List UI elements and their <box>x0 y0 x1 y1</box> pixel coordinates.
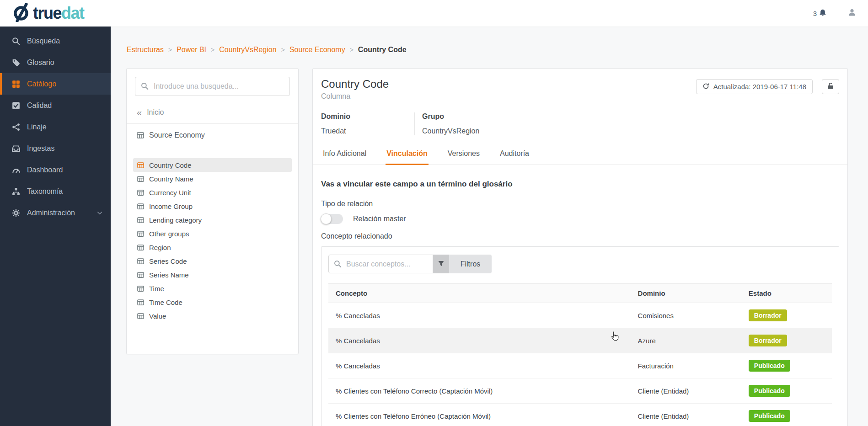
structure-column-item[interactable]: Lending category <box>133 213 292 227</box>
sitemap-icon <box>12 187 20 196</box>
structure-search-input[interactable] <box>135 77 290 96</box>
link-heading: Vas a vincular este campo a un término d… <box>321 180 839 189</box>
table-icon <box>137 132 144 139</box>
breadcrumb-link-power-bi[interactable]: Power BI <box>177 46 206 54</box>
concepts-table-body: % Canceladas Comisiones Borrador % Cance… <box>328 303 832 426</box>
breadcrumb-link-estructuras[interactable]: Estructuras <box>127 46 164 54</box>
tab-info-adicional[interactable]: Info Adicional <box>322 144 367 165</box>
detail-panel: Country Code Columna Actualizada: 2019-0… <box>312 68 848 426</box>
user-icon <box>848 8 856 18</box>
structure-column-item[interactable]: Income Group <box>133 199 292 213</box>
structure-column-label: Region <box>149 244 171 251</box>
table-column-icon <box>137 162 144 169</box>
structure-column-item[interactable]: Value <box>133 309 292 323</box>
breadcrumb-separator: > <box>168 46 172 53</box>
sidebar-item-busqueda[interactable]: Búsqueda <box>0 30 111 52</box>
structure-column-item[interactable]: Series Code <box>133 254 292 268</box>
breadcrumb-link-source-economy[interactable]: Source Economy <box>289 46 345 54</box>
table-column-icon <box>137 189 144 196</box>
domain-label: Dominio <box>321 112 414 121</box>
concept-name: % Canceladas <box>328 353 631 378</box>
truedat-logo[interactable]: truedat <box>12 3 84 24</box>
notifications-button[interactable]: 3 <box>813 9 827 18</box>
lock-button[interactable] <box>822 79 839 94</box>
sidebar-item-dashboard[interactable]: Dashboard <box>0 159 111 181</box>
breadcrumb-current: Country Code <box>358 46 407 54</box>
sidebar-item-taxonomia[interactable]: Taxonomía <box>0 181 111 202</box>
structure-column-label: Country Code <box>149 161 192 169</box>
structure-column-label: Currency Unit <box>149 189 191 197</box>
filters-button[interactable]: Filtros <box>449 255 492 273</box>
structure-column-item[interactable]: Currency Unit <box>133 186 292 199</box>
group-value: CountryVsRegion <box>422 127 479 135</box>
table-column-icon <box>137 217 144 224</box>
table-column-icon <box>137 258 144 265</box>
group-label: Grupo <box>422 112 479 121</box>
structure-column-item[interactable]: Series Name <box>133 268 292 282</box>
table-column-icon <box>137 285 144 292</box>
gear-icon <box>12 209 20 217</box>
structure-column-item[interactable]: Region <box>133 240 292 254</box>
structure-column-label: Time Code <box>149 298 182 306</box>
bell-icon <box>819 9 827 18</box>
master-relation-toggle[interactable] <box>321 214 343 224</box>
sidebar-item-label: Ingestas <box>27 144 54 153</box>
user-menu-button[interactable] <box>848 8 856 18</box>
updated-button[interactable]: Actualizada: 2019-06-17 11:48 <box>696 79 813 94</box>
brand-name: truedat <box>33 5 84 21</box>
detail-tabs: Info Adicional Vinculación Versiones Aud… <box>313 144 847 165</box>
structure-column-label: Series Code <box>149 257 187 265</box>
search-icon <box>141 82 149 90</box>
structure-column-item[interactable]: Country Name <box>133 172 292 186</box>
concept-search-input[interactable] <box>328 255 433 273</box>
tag-icon <box>12 59 20 67</box>
structure-column-item[interactable]: Other groups <box>133 227 292 240</box>
sidebar-item-glosario[interactable]: Glosario <box>0 52 111 73</box>
check-square-icon <box>12 101 20 110</box>
concept-row[interactable]: % Clientes con Teléfono Erróneo (Captaci… <box>328 404 832 426</box>
sidebar-item-calidad[interactable]: Calidad <box>0 95 111 116</box>
breadcrumb-separator: > <box>211 46 214 53</box>
related-concept-label: Concepto relacionado <box>321 232 839 240</box>
truedat-logo-mark-icon <box>12 3 31 24</box>
structure-column-label: Other groups <box>149 230 189 238</box>
structure-home-link[interactable]: « Inicio <box>127 101 298 123</box>
header-dominio: Dominio <box>631 284 741 303</box>
structure-type: Columna <box>321 92 389 101</box>
structure-search <box>135 77 290 96</box>
concepts-header-row: Concepto Dominio Estado <box>328 284 832 303</box>
table-column-icon <box>137 176 144 182</box>
detail-actions: Actualizada: 2019-06-17 11:48 <box>696 79 839 94</box>
sidebar-item-administracion[interactable]: Administración <box>0 202 111 224</box>
structure-column-item[interactable]: Country Code <box>133 158 292 172</box>
filter-icon-button[interactable] <box>433 255 449 273</box>
structure-column-item[interactable]: Time Code <box>133 295 292 309</box>
structure-panel: « Inicio Source Economy Country Code Cou… <box>126 68 299 354</box>
tab-versiones[interactable]: Versiones <box>447 144 481 165</box>
concept-row[interactable]: % Canceladas Facturación Publicado <box>328 353 832 378</box>
concept-row[interactable]: % Canceladas Comisiones Borrador <box>328 303 832 328</box>
sidebar-item-linaje[interactable]: Linaje <box>0 116 111 138</box>
status-badge: Publicado <box>749 385 790 397</box>
sidebar-item-catalogo[interactable]: Catálogo <box>0 73 111 95</box>
share-icon <box>12 123 20 131</box>
structure-column-label: Lending category <box>149 216 202 224</box>
funnel-icon <box>438 260 445 268</box>
concept-name: % Clientes con Teléfono Correcto (Captac… <box>328 378 631 404</box>
tab-vinculacion[interactable]: Vinculación <box>386 144 429 165</box>
breadcrumb-separator: > <box>350 46 354 53</box>
structure-column-label: Value <box>149 312 166 320</box>
tab-auditoria[interactable]: Auditoría <box>499 144 530 165</box>
structure-column-item[interactable]: Time <box>133 282 292 295</box>
sidebar-item-ingestas[interactable]: Ingestas <box>0 138 111 159</box>
concept-row[interactable]: % Clientes con Teléfono Correcto (Captac… <box>328 378 832 404</box>
structure-parent-item[interactable]: Source Economy <box>127 124 298 147</box>
concept-row[interactable]: % Canceladas Azure Borrador <box>328 328 832 353</box>
detail-meta: Dominio Truedat Grupo CountryVsRegion <box>313 112 847 135</box>
sidebar-item-label: Administración <box>27 209 75 217</box>
status-badge: Borrador <box>749 335 787 346</box>
notification-count: 3 <box>813 10 817 17</box>
structure-column-label: Income Group <box>149 202 193 210</box>
chevrons-left-icon: « <box>137 108 142 117</box>
breadcrumb-link-countryvsregion[interactable]: CountryVsRegion <box>219 46 276 54</box>
